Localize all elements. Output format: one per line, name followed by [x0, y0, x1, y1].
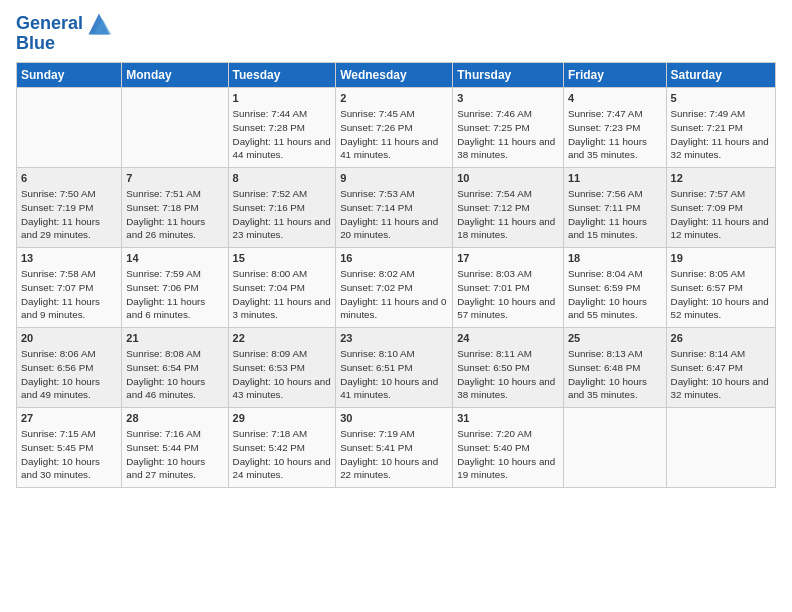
day-info: Sunrise: 8:04 AMSunset: 6:59 PMDaylight:… [568, 267, 662, 322]
calendar-cell [122, 87, 228, 167]
day-info: Sunrise: 8:11 AMSunset: 6:50 PMDaylight:… [457, 347, 559, 402]
day-info: Sunrise: 8:03 AMSunset: 7:01 PMDaylight:… [457, 267, 559, 322]
day-info: Sunrise: 7:56 AMSunset: 7:11 PMDaylight:… [568, 187, 662, 242]
calendar-cell: 29Sunrise: 7:18 AMSunset: 5:42 PMDayligh… [228, 407, 336, 487]
day-info: Sunrise: 7:44 AMSunset: 7:28 PMDaylight:… [233, 107, 332, 162]
day-number: 8 [233, 171, 332, 186]
calendar-cell: 1Sunrise: 7:44 AMSunset: 7:28 PMDaylight… [228, 87, 336, 167]
header-row: SundayMondayTuesdayWednesdayThursdayFrid… [17, 62, 776, 87]
calendar-cell: 12Sunrise: 7:57 AMSunset: 7:09 PMDayligh… [666, 167, 775, 247]
calendar-cell: 5Sunrise: 7:49 AMSunset: 7:21 PMDaylight… [666, 87, 775, 167]
day-number: 12 [671, 171, 771, 186]
col-header-monday: Monday [122, 62, 228, 87]
calendar-cell [666, 407, 775, 487]
day-info: Sunrise: 8:13 AMSunset: 6:48 PMDaylight:… [568, 347, 662, 402]
calendar-cell [563, 407, 666, 487]
logo: General Blue [16, 10, 113, 54]
day-info: Sunrise: 7:16 AMSunset: 5:44 PMDaylight:… [126, 427, 223, 482]
calendar-cell: 2Sunrise: 7:45 AMSunset: 7:26 PMDaylight… [336, 87, 453, 167]
day-info: Sunrise: 7:49 AMSunset: 7:21 PMDaylight:… [671, 107, 771, 162]
col-header-friday: Friday [563, 62, 666, 87]
calendar-cell: 3Sunrise: 7:46 AMSunset: 7:25 PMDaylight… [453, 87, 564, 167]
day-number: 23 [340, 331, 448, 346]
header: General Blue [16, 10, 776, 54]
day-number: 16 [340, 251, 448, 266]
calendar-cell: 19Sunrise: 8:05 AMSunset: 6:57 PMDayligh… [666, 247, 775, 327]
col-header-tuesday: Tuesday [228, 62, 336, 87]
day-number: 29 [233, 411, 332, 426]
logo-text: General [16, 14, 83, 34]
day-info: Sunrise: 7:53 AMSunset: 7:14 PMDaylight:… [340, 187, 448, 242]
day-number: 30 [340, 411, 448, 426]
day-number: 2 [340, 91, 448, 106]
day-info: Sunrise: 8:02 AMSunset: 7:02 PMDaylight:… [340, 267, 448, 322]
day-info: Sunrise: 7:46 AMSunset: 7:25 PMDaylight:… [457, 107, 559, 162]
calendar-cell: 16Sunrise: 8:02 AMSunset: 7:02 PMDayligh… [336, 247, 453, 327]
week-row: 27Sunrise: 7:15 AMSunset: 5:45 PMDayligh… [17, 407, 776, 487]
day-number: 5 [671, 91, 771, 106]
day-number: 22 [233, 331, 332, 346]
day-number: 27 [21, 411, 117, 426]
logo-text2: Blue [16, 34, 55, 54]
day-number: 6 [21, 171, 117, 186]
day-info: Sunrise: 7:52 AMSunset: 7:16 PMDaylight:… [233, 187, 332, 242]
day-number: 14 [126, 251, 223, 266]
day-info: Sunrise: 7:59 AMSunset: 7:06 PMDaylight:… [126, 267, 223, 322]
day-number: 7 [126, 171, 223, 186]
day-number: 4 [568, 91, 662, 106]
calendar-page: General Blue SundayMondayTuesdayWednesda… [0, 0, 792, 612]
day-number: 31 [457, 411, 559, 426]
calendar-cell: 9Sunrise: 7:53 AMSunset: 7:14 PMDaylight… [336, 167, 453, 247]
calendar-cell: 27Sunrise: 7:15 AMSunset: 5:45 PMDayligh… [17, 407, 122, 487]
calendar-table: SundayMondayTuesdayWednesdayThursdayFrid… [16, 62, 776, 488]
calendar-cell [17, 87, 122, 167]
day-number: 21 [126, 331, 223, 346]
calendar-cell: 22Sunrise: 8:09 AMSunset: 6:53 PMDayligh… [228, 327, 336, 407]
calendar-cell: 10Sunrise: 7:54 AMSunset: 7:12 PMDayligh… [453, 167, 564, 247]
day-number: 3 [457, 91, 559, 106]
day-number: 26 [671, 331, 771, 346]
calendar-cell: 25Sunrise: 8:13 AMSunset: 6:48 PMDayligh… [563, 327, 666, 407]
day-info: Sunrise: 7:57 AMSunset: 7:09 PMDaylight:… [671, 187, 771, 242]
calendar-cell: 15Sunrise: 8:00 AMSunset: 7:04 PMDayligh… [228, 247, 336, 327]
day-info: Sunrise: 8:14 AMSunset: 6:47 PMDaylight:… [671, 347, 771, 402]
calendar-cell: 13Sunrise: 7:58 AMSunset: 7:07 PMDayligh… [17, 247, 122, 327]
calendar-cell: 6Sunrise: 7:50 AMSunset: 7:19 PMDaylight… [17, 167, 122, 247]
calendar-cell: 21Sunrise: 8:08 AMSunset: 6:54 PMDayligh… [122, 327, 228, 407]
calendar-cell: 26Sunrise: 8:14 AMSunset: 6:47 PMDayligh… [666, 327, 775, 407]
calendar-cell: 8Sunrise: 7:52 AMSunset: 7:16 PMDaylight… [228, 167, 336, 247]
day-number: 20 [21, 331, 117, 346]
calendar-cell: 7Sunrise: 7:51 AMSunset: 7:18 PMDaylight… [122, 167, 228, 247]
day-number: 18 [568, 251, 662, 266]
day-info: Sunrise: 7:45 AMSunset: 7:26 PMDaylight:… [340, 107, 448, 162]
calendar-cell: 28Sunrise: 7:16 AMSunset: 5:44 PMDayligh… [122, 407, 228, 487]
day-number: 9 [340, 171, 448, 186]
day-info: Sunrise: 8:09 AMSunset: 6:53 PMDaylight:… [233, 347, 332, 402]
day-info: Sunrise: 7:54 AMSunset: 7:12 PMDaylight:… [457, 187, 559, 242]
day-info: Sunrise: 8:05 AMSunset: 6:57 PMDaylight:… [671, 267, 771, 322]
day-number: 11 [568, 171, 662, 186]
calendar-cell: 31Sunrise: 7:20 AMSunset: 5:40 PMDayligh… [453, 407, 564, 487]
week-row: 20Sunrise: 8:06 AMSunset: 6:56 PMDayligh… [17, 327, 776, 407]
day-number: 15 [233, 251, 332, 266]
week-row: 6Sunrise: 7:50 AMSunset: 7:19 PMDaylight… [17, 167, 776, 247]
day-number: 17 [457, 251, 559, 266]
week-row: 1Sunrise: 7:44 AMSunset: 7:28 PMDaylight… [17, 87, 776, 167]
logo-icon [85, 10, 113, 38]
day-info: Sunrise: 7:18 AMSunset: 5:42 PMDaylight:… [233, 427, 332, 482]
calendar-cell: 4Sunrise: 7:47 AMSunset: 7:23 PMDaylight… [563, 87, 666, 167]
day-number: 13 [21, 251, 117, 266]
day-info: Sunrise: 8:08 AMSunset: 6:54 PMDaylight:… [126, 347, 223, 402]
day-number: 19 [671, 251, 771, 266]
week-row: 13Sunrise: 7:58 AMSunset: 7:07 PMDayligh… [17, 247, 776, 327]
day-info: Sunrise: 7:47 AMSunset: 7:23 PMDaylight:… [568, 107, 662, 162]
day-info: Sunrise: 7:50 AMSunset: 7:19 PMDaylight:… [21, 187, 117, 242]
calendar-cell: 14Sunrise: 7:59 AMSunset: 7:06 PMDayligh… [122, 247, 228, 327]
calendar-cell: 11Sunrise: 7:56 AMSunset: 7:11 PMDayligh… [563, 167, 666, 247]
col-header-sunday: Sunday [17, 62, 122, 87]
calendar-cell: 20Sunrise: 8:06 AMSunset: 6:56 PMDayligh… [17, 327, 122, 407]
col-header-wednesday: Wednesday [336, 62, 453, 87]
day-info: Sunrise: 7:15 AMSunset: 5:45 PMDaylight:… [21, 427, 117, 482]
day-number: 28 [126, 411, 223, 426]
day-info: Sunrise: 7:20 AMSunset: 5:40 PMDaylight:… [457, 427, 559, 482]
